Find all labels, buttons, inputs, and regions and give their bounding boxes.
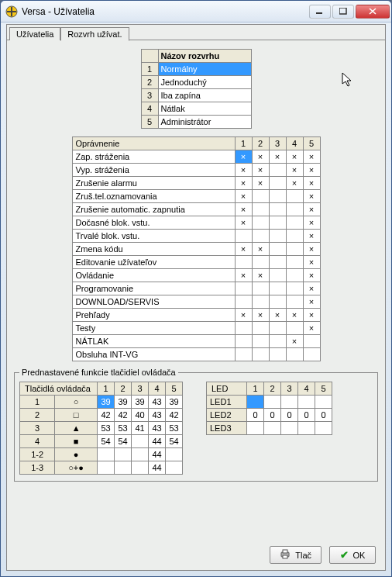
perm-cell[interactable] [286,256,303,269]
perm-cell[interactable] [269,243,286,256]
perm-cell[interactable]: × [303,243,320,256]
led-table[interactable]: LED 12345 LED1LED200000LED3 [206,382,332,435]
btn-row[interactable]: 3▲5353414353 [20,422,183,435]
perm-cell[interactable] [286,348,303,361]
schedule-row[interactable]: 5Administrátor [141,116,251,129]
perm-row[interactable]: Vyp. stráženia×××× [72,164,320,177]
btn-cell[interactable]: 53 [166,422,183,435]
schedule-row-name[interactable]: Jednoduchý [158,76,251,89]
perm-cell[interactable]: × [303,216,320,230]
remote-buttons-table[interactable]: Tlačidlá ovládača 12345 1○39393943392□42… [19,382,183,475]
btn-cell[interactable]: 53 [98,422,115,435]
perm-row[interactable]: Zruš.tel.oznamovania×× [72,190,320,203]
btn-cell[interactable] [132,461,149,475]
btn-cell[interactable]: 44 [149,448,166,461]
schedule-row[interactable]: 3Iba zapína [141,89,251,102]
perm-row[interactable]: Ovládanie××× [72,269,320,282]
led-cell[interactable]: 0 [264,409,281,422]
perm-cell[interactable] [252,295,269,309]
led-cell[interactable]: 0 [247,409,264,422]
perm-cell[interactable]: × [235,216,252,230]
btn-cell[interactable] [132,448,149,461]
perm-cell[interactable]: × [303,190,320,203]
perm-cell[interactable]: × [286,150,303,164]
schedule-row-name[interactable]: Iba zapína [158,89,251,102]
perm-cell[interactable]: × [303,256,320,269]
perm-cell[interactable]: × [252,177,269,190]
tab-user-schedule[interactable]: Rozvrh užívat. [60,27,129,41]
perm-cell[interactable]: × [235,243,252,256]
btn-row[interactable]: 1-3○+●44 [20,461,183,475]
perm-cell[interactable]: × [286,309,303,322]
perm-cell[interactable]: × [303,203,320,216]
led-cell[interactable] [264,422,281,435]
perm-cell[interactable] [269,216,286,230]
perm-cell[interactable] [286,269,303,282]
btn-cell[interactable] [98,448,115,461]
btn-cell[interactable]: 42 [115,409,132,422]
perm-row[interactable]: Zrušenie alarmu×××× [72,177,320,190]
perm-cell[interactable]: × [303,269,320,282]
btn-cell[interactable]: 43 [149,422,166,435]
perm-row[interactable]: Editovanie užívateľov× [72,256,320,269]
perm-cell[interactable] [269,322,286,335]
perm-cell[interactable] [269,282,286,295]
led-row[interactable]: LED200000 [207,409,332,422]
perm-cell[interactable] [235,322,252,335]
perm-cell[interactable] [286,282,303,295]
btn-row[interactable]: 1-2●44 [20,448,183,461]
perm-cell[interactable] [269,269,286,282]
perm-row[interactable]: Dočasné blok. vstu.×× [72,216,320,230]
perm-cell[interactable]: × [252,150,269,164]
btn-cell[interactable]: 39 [166,396,183,409]
perm-cell[interactable] [269,164,286,177]
led-cell[interactable]: 0 [298,409,315,422]
perm-cell[interactable] [286,295,303,309]
led-cell[interactable]: 0 [281,409,298,422]
perm-cell[interactable]: × [303,309,320,322]
titlebar[interactable]: Versa - Užívatelia [1,1,391,22]
perm-cell[interactable] [235,348,252,361]
perm-cell[interactable]: × [252,309,269,322]
minimize-button[interactable] [309,5,331,19]
ok-button[interactable]: ✔ OK [329,546,376,564]
led-cell[interactable] [281,396,298,409]
perm-cell[interactable] [269,230,286,243]
perm-cell[interactable]: × [269,309,286,322]
schedule-row[interactable]: 1Normálny [141,63,251,76]
btn-cell[interactable]: 44 [149,461,166,475]
perm-cell[interactable] [269,348,286,361]
btn-cell[interactable]: 43 [149,409,166,422]
btn-cell[interactable]: 39 [115,396,132,409]
permissions-table[interactable]: Oprávnenie 12345 Zap. stráženia×××××Vyp.… [72,136,321,361]
perm-cell[interactable] [252,190,269,203]
btn-cell[interactable] [132,435,149,448]
btn-cell[interactable]: 39 [132,396,149,409]
perm-row[interactable]: Zap. stráženia××××× [72,150,320,164]
perm-row[interactable]: Testy× [72,322,320,335]
perm-cell[interactable] [235,295,252,309]
led-cell[interactable] [247,396,264,409]
perm-cell[interactable] [235,335,252,348]
perm-row[interactable]: Programovanie× [72,282,320,295]
perm-row[interactable]: NÁTLAK× [72,335,320,348]
perm-cell[interactable]: × [286,177,303,190]
perm-row[interactable]: Prehľady××××× [72,309,320,322]
perm-cell[interactable] [252,256,269,269]
perm-cell[interactable]: × [252,164,269,177]
print-button[interactable]: Tlač [270,546,322,564]
led-cell[interactable] [281,422,298,435]
perm-cell[interactable]: × [303,322,320,335]
perm-cell[interactable] [269,190,286,203]
perm-cell[interactable] [286,203,303,216]
btn-cell[interactable]: 54 [98,435,115,448]
perm-cell[interactable]: × [303,282,320,295]
perm-cell[interactable] [252,203,269,216]
perm-cell[interactable]: × [269,150,286,164]
schedule-row-name[interactable]: Normálny [158,63,251,76]
perm-cell[interactable] [252,216,269,230]
btn-cell[interactable]: 42 [98,409,115,422]
perm-row[interactable]: DOWNLOAD/SERVIS× [72,295,320,309]
perm-cell[interactable]: × [235,203,252,216]
schedule-row-name[interactable]: Administrátor [158,116,251,129]
